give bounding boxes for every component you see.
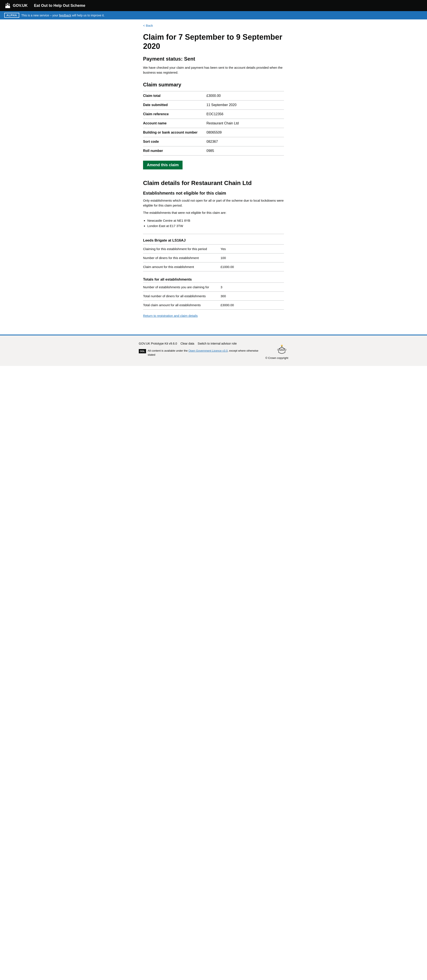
gov-uk-text: GOV.UK: [13, 3, 27, 8]
svg-point-5: [281, 347, 282, 347]
claim-summary-table: Claim total£3000.00Date submitted11 Sept…: [143, 91, 284, 156]
row-value: Restaurant Chain Ltd: [206, 119, 284, 128]
totals-heading: Totals for all establishments: [143, 277, 284, 282]
row-value: 300: [221, 291, 284, 301]
svg-text:♛: ♛: [280, 349, 281, 350]
alpha-banner-text: This is a new service – your feedback wi…: [21, 14, 105, 17]
establishment-detail-table: Claiming for this establishment for this…: [143, 244, 284, 271]
row-label: Claiming for this establishment for this…: [143, 244, 221, 253]
svg-rect-3: [276, 342, 288, 355]
row-value: 100: [221, 253, 284, 262]
footer-ogl-text: All content is available under the Open …: [148, 348, 258, 357]
table-row: Claim total£3000.00: [143, 91, 284, 100]
row-label: Total claim amount for all establishment…: [143, 301, 221, 309]
row-value: 0985: [206, 146, 284, 156]
alpha-banner: ALPHA This is a new service – your feedb…: [0, 11, 427, 19]
claim-summary-heading: Claim summary: [143, 82, 284, 88]
table-row: Date submitted11 September 2020: [143, 100, 284, 110]
site-footer: GOV.UK Prototype Kit v9.6.0Clear dataSwi…: [0, 334, 427, 366]
establishment-name: Leeds Brigate at LS16AJ: [143, 238, 284, 243]
footer-link[interactable]: Switch to internal advisor role: [198, 342, 237, 345]
svg-point-7: [284, 348, 285, 349]
row-label: Claim reference: [143, 110, 206, 119]
footer-link[interactable]: GOV.UK Prototype Kit v9.6.0: [139, 342, 177, 345]
table-row: Claiming for this establishment for this…: [143, 244, 284, 253]
svg-point-6: [279, 348, 280, 349]
ogl-link[interactable]: Open Government Licence v3.0: [188, 349, 228, 352]
crown-icon: [4, 2, 11, 9]
svg-point-2: [9, 4, 10, 5]
svg-point-1: [7, 3, 8, 4]
row-label: Roll number: [143, 146, 206, 156]
table-row: Claim amount for this establishment£1000…: [143, 262, 284, 271]
row-label: Claim amount for this establishment: [143, 262, 221, 271]
row-label: Claim total: [143, 91, 206, 100]
row-value: £3000.00: [221, 301, 284, 309]
footer-ogl: OGL All content is available under the O…: [139, 348, 258, 357]
payment-status-heading: Payment status: Sent: [143, 56, 284, 62]
ineligible-para1: Only establishments which could not open…: [143, 198, 284, 208]
row-value: 3: [221, 283, 284, 291]
footer-left: GOV.UK Prototype Kit v9.6.0Clear dataSwi…: [139, 342, 258, 357]
royal-arms-icon: 👑 ♛ ♛: [276, 342, 288, 355]
ineligible-para2: The establishments that were not eligibl…: [143, 210, 284, 215]
row-label: Date submitted: [143, 100, 206, 110]
crown-copyright: © Crown copyright: [265, 356, 288, 360]
row-label: Number of establishments you are claimin…: [143, 283, 221, 291]
footer-right: 👑 ♛ ♛ © Crown copyright: [258, 342, 288, 360]
list-item: London East at E17 3TW: [147, 223, 284, 229]
row-label: Sort code: [143, 137, 206, 146]
table-row: Account nameRestaurant Chain Ltd: [143, 119, 284, 128]
row-value: 082367: [206, 137, 284, 146]
gov-uk-logo[interactable]: GOV.UK: [4, 2, 27, 9]
row-value: 11 September 2020: [206, 100, 284, 110]
table-row: Number of diners for this establishment1…: [143, 253, 284, 262]
scheme-title: Eat Out to Help Out Scheme: [34, 3, 85, 8]
row-value: 08065509: [206, 128, 284, 137]
main-content: < Back Claim for 7 September to 9 Septem…: [0, 19, 427, 334]
footer-links: GOV.UK Prototype Kit v9.6.0Clear dataSwi…: [139, 342, 258, 345]
feedback-link[interactable]: feedback: [59, 14, 71, 17]
row-value: Yes: [221, 244, 284, 253]
return-link[interactable]: Return to registration and claim details: [143, 314, 198, 318]
row-label: Number of diners for this establishment: [143, 253, 221, 262]
alpha-tag: ALPHA: [4, 13, 19, 18]
table-row: Sort code082367: [143, 137, 284, 146]
svg-point-0: [6, 4, 7, 5]
footer-link[interactable]: Clear data: [180, 342, 194, 345]
list-item: Newcastle Centre at NE1 8YB: [147, 218, 284, 223]
back-link[interactable]: < Back: [143, 24, 153, 27]
svg-text:♛: ♛: [282, 349, 284, 350]
page-title: Claim for 7 September to 9 September 202…: [143, 32, 284, 51]
row-value: EOC12356: [206, 110, 284, 119]
ineligible-establishments-list: Newcastle Centre at NE1 8YBLondon East a…: [147, 218, 284, 229]
row-label: Building or bank account number: [143, 128, 206, 137]
table-row: Claim referenceEOC12356: [143, 110, 284, 119]
svg-text:👑: 👑: [281, 344, 283, 347]
site-header: GOV.UK Eat Out to Help Out Scheme: [0, 0, 427, 11]
totals-table: Number of establishments you are claimin…: [143, 283, 284, 310]
row-value: £3000.00: [206, 91, 284, 100]
table-row: Building or bank account number08065509: [143, 128, 284, 137]
amend-claim-button[interactable]: Amend this claim: [143, 161, 183, 169]
row-value: £1000.00: [221, 262, 284, 271]
claim-details-title: Claim details for Restaurant Chain Ltd: [143, 180, 284, 186]
table-row: Total number of diners for all establish…: [143, 291, 284, 301]
table-row: Total claim amount for all establishment…: [143, 301, 284, 309]
ineligible-heading: Establishments not eligible for this cla…: [143, 191, 284, 196]
payment-status-description: We have checked your claim and payment h…: [143, 65, 284, 75]
row-label: Total number of diners for all establish…: [143, 291, 221, 301]
row-label: Account name: [143, 119, 206, 128]
table-row: Number of establishments you are claimin…: [143, 283, 284, 291]
table-row: Roll number0985: [143, 146, 284, 156]
ogl-logo: OGL: [139, 349, 146, 353]
